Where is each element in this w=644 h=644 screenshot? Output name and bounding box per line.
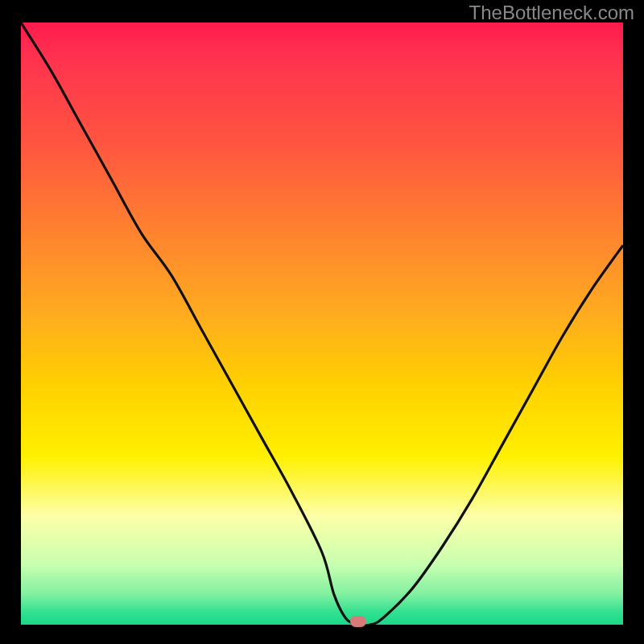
bottleneck-curve-path — [21, 23, 623, 625]
optimum-marker — [350, 616, 366, 627]
chart-container: TheBottleneck.com — [0, 0, 644, 644]
curve-svg — [21, 23, 623, 625]
watermark-text: TheBottleneck.com — [469, 2, 634, 24]
plot-area — [21, 23, 623, 625]
